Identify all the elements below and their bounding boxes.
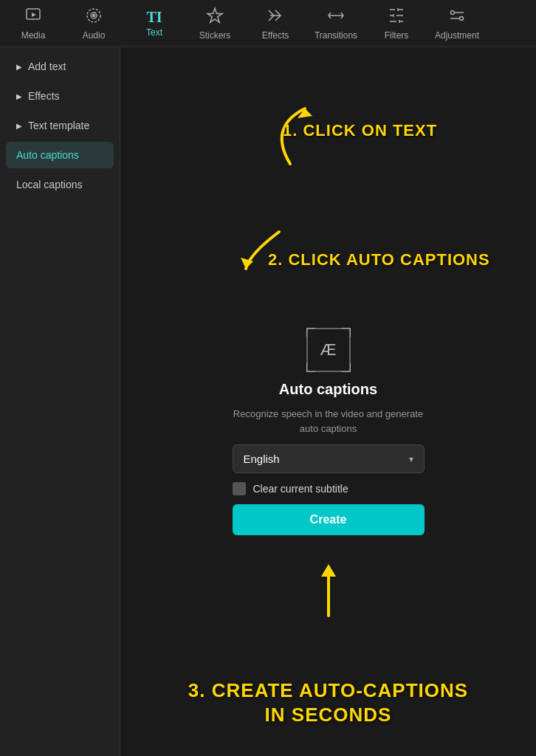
adjustment-icon [448, 7, 466, 27]
audio-icon [85, 7, 103, 27]
adjustment-label: Adjustment [435, 30, 479, 41]
step3-annotation: 3. CREATE AUTO-CAPTIONS IN SECONDS [188, 678, 468, 726]
svg-point-4 [93, 14, 95, 16]
stickers-label: Stickers [199, 30, 231, 41]
audio-label: Audio [83, 30, 106, 41]
sidebar-item-text-template-label: Text template [28, 120, 89, 131]
clear-subtitle-row: Clear current subtitle [233, 482, 425, 495]
media-label: Media [21, 30, 46, 41]
captions-title: Auto captions [279, 381, 377, 398]
nav-media[interactable]: Media [3, 0, 63, 47]
step3-line2: IN SECONDS [188, 703, 468, 727]
nav-adjustment[interactable]: Adjustment [427, 0, 487, 47]
effects-label: Effects [262, 30, 289, 41]
text-label: Text [146, 27, 162, 38]
svg-marker-14 [321, 564, 336, 577]
sidebar-item-add-text[interactable]: ▶ Add text [6, 53, 114, 80]
sidebar-item-add-text-label: Add text [28, 61, 66, 72]
nav-stickers[interactable]: Stickers [185, 0, 245, 47]
sidebar-item-auto-captions-label: Auto captions [16, 149, 79, 161]
create-button[interactable]: Create [233, 504, 425, 535]
step3-line1: 3. CREATE AUTO-CAPTIONS [188, 678, 468, 703]
top-navigation: Media Audio TI Text Stickers E [0, 0, 536, 47]
nav-audio[interactable]: Audio [63, 0, 124, 47]
transitions-icon [327, 7, 345, 27]
arrow-icon: ▶ [16, 63, 22, 71]
captions-card: Æ Auto captions Recognize speech in the … [225, 328, 432, 535]
sidebar-item-text-template[interactable]: ▶ Text template [6, 112, 114, 139]
effects-icon [267, 7, 284, 27]
main-layout: ▶ Add text ▶ Effects ▶ Text template Aut… [0, 47, 536, 756]
nav-effects[interactable]: Effects [245, 0, 306, 47]
nav-text[interactable]: TI Text [124, 0, 185, 47]
chevron-down-icon: ▾ [409, 454, 413, 464]
content-area: 1. CLICK ON TEXT 2. CLICK AUTO CAPTIONS … [120, 47, 536, 756]
svg-point-6 [451, 10, 455, 14]
transitions-label: Transitions [315, 30, 357, 41]
captions-description: Recognize speech in the video and genera… [225, 407, 432, 436]
nav-transitions[interactable]: Transitions [306, 0, 366, 47]
sidebar-item-effects[interactable]: ▶ Effects [6, 83, 114, 109]
language-dropdown[interactable]: English ▾ [233, 444, 425, 473]
arrow-icon-2: ▶ [16, 92, 22, 100]
clear-subtitle-label: Clear current subtitle [253, 483, 348, 495]
sidebar-item-effects-label: Effects [28, 90, 60, 102]
filters-label: Filters [385, 30, 409, 41]
media-icon [24, 7, 42, 27]
stickers-icon [206, 7, 224, 27]
sidebar-item-local-captions[interactable]: Local captions [6, 171, 114, 198]
nav-filters[interactable]: Filters [366, 0, 427, 47]
step2-annotation: 2. CLICK AUTO CAPTIONS [268, 250, 490, 269]
sidebar-item-local-captions-label: Local captions [16, 179, 83, 190]
sidebar: ▶ Add text ▶ Effects ▶ Text template Aut… [0, 47, 120, 756]
step3-arrow [306, 560, 351, 619]
svg-marker-1 [32, 13, 36, 17]
text-icon: TI [146, 10, 162, 24]
language-value: English [244, 453, 280, 465]
filters-icon [388, 7, 405, 27]
arrow-icon-3: ▶ [16, 122, 22, 130]
step1-annotation: 1. CLICK ON TEXT [283, 121, 437, 140]
ae-text-icon: Æ [320, 340, 337, 360]
sidebar-item-auto-captions[interactable]: Auto captions [6, 142, 114, 168]
clear-subtitle-checkbox[interactable] [233, 482, 246, 495]
svg-point-7 [460, 16, 464, 20]
captions-card-icon: Æ [306, 328, 351, 372]
